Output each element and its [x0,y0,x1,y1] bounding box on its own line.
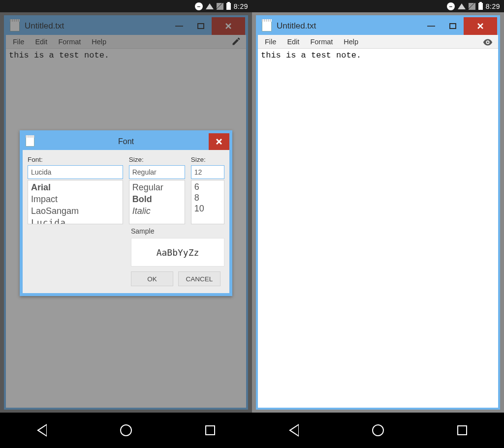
sample-label: Sample [131,227,224,235]
android-nav-bar [252,413,504,448]
dialog-titlebar[interactable]: Font [23,133,229,150]
view-mode-icon[interactable] [482,37,493,49]
battery-icon [226,3,231,10]
window-title: Untitled.txt [277,21,415,31]
font-option-lucida[interactable]: Lucida [31,217,120,224]
font-option-impact[interactable]: Impact [31,193,120,205]
menu-edit[interactable]: Edit [287,38,299,46]
style-list[interactable]: Regular Bold Italic [129,180,185,224]
svg-rect-1 [450,24,456,29]
window-titlebar[interactable]: Untitled.txt — [258,17,498,35]
notepad-icon [262,21,272,31]
menu-file[interactable]: File [13,38,24,46]
window-titlebar[interactable]: Untitled.txt — [6,17,246,35]
no-sim-icon [217,3,223,10]
font-field-label: Font: [28,156,123,163]
size-field-label: Size: [191,156,224,163]
edit-mode-icon[interactable] [231,36,241,48]
menubar: File Edit Format Help [6,35,246,49]
menu-format[interactable]: Format [310,38,333,46]
size-option-6[interactable]: 6 [194,181,221,192]
menubar: File Edit Format Help [258,35,498,49]
sample-preview: AaBbYyZz [131,238,224,267]
minimize-button[interactable]: — [420,17,442,35]
font-option-arial[interactable]: Arial [31,181,120,193]
nav-back-button[interactable] [35,423,49,437]
style-option-bold[interactable]: Bold [132,193,182,205]
ok-button[interactable]: OK [131,271,173,286]
style-input[interactable] [129,165,185,179]
menu-file[interactable]: File [265,38,276,46]
android-nav-bar [0,413,252,448]
cancel-button[interactable]: CANCEL [178,271,220,286]
android-status-bar: – 8:29 [252,0,504,12]
menu-format[interactable]: Format [58,38,81,46]
dialog-close-button[interactable] [209,133,229,150]
maximize-button[interactable] [190,17,212,35]
status-clock: 8:29 [234,2,248,10]
menu-help[interactable]: Help [344,38,358,46]
style-option-regular[interactable]: Regular [132,181,182,193]
nav-back-button[interactable] [287,423,301,437]
font-option-laosangam[interactable]: LaoSangam [31,205,120,217]
size-list[interactable]: 6 8 10 [191,180,224,224]
dialog-title: Font [118,137,134,146]
editor-area[interactable]: this is a test note. [258,49,498,408]
nav-recent-button[interactable] [203,423,217,437]
android-status-bar: – 8:29 [0,0,252,12]
status-clock: 8:29 [486,2,500,10]
size-option-10[interactable]: 10 [194,203,221,214]
battery-icon [478,3,483,10]
minimize-button[interactable]: — [168,17,190,35]
font-dialog: Font Font: Arial Impact LaoSangam Lucida [20,130,232,296]
maximize-button[interactable] [442,17,464,35]
no-sim-icon [469,3,475,10]
size-input[interactable] [191,165,224,179]
style-option-italic[interactable]: Italic [132,205,182,217]
font-list[interactable]: Arial Impact LaoSangam Lucida [28,180,123,224]
close-button[interactable] [212,17,245,35]
wifi-icon [206,3,214,9]
svg-rect-0 [198,24,204,29]
nav-home-button[interactable] [371,423,385,437]
nav-home-button[interactable] [119,423,133,437]
window-title: Untitled.txt [25,21,163,31]
dnd-icon: – [195,2,203,10]
size-option-8[interactable]: 8 [194,192,221,203]
font-input[interactable] [28,165,123,179]
notepad-window: Untitled.txt — File Edit Format Help [256,15,500,410]
close-button[interactable] [464,17,497,35]
wifi-icon [458,3,466,9]
menu-help[interactable]: Help [92,38,106,46]
menu-edit[interactable]: Edit [35,38,47,46]
notepad-icon [26,137,34,147]
style-field-label: Size: [129,156,185,163]
notepad-icon [10,21,20,31]
dnd-icon: – [447,2,455,10]
nav-recent-button[interactable] [455,423,469,437]
